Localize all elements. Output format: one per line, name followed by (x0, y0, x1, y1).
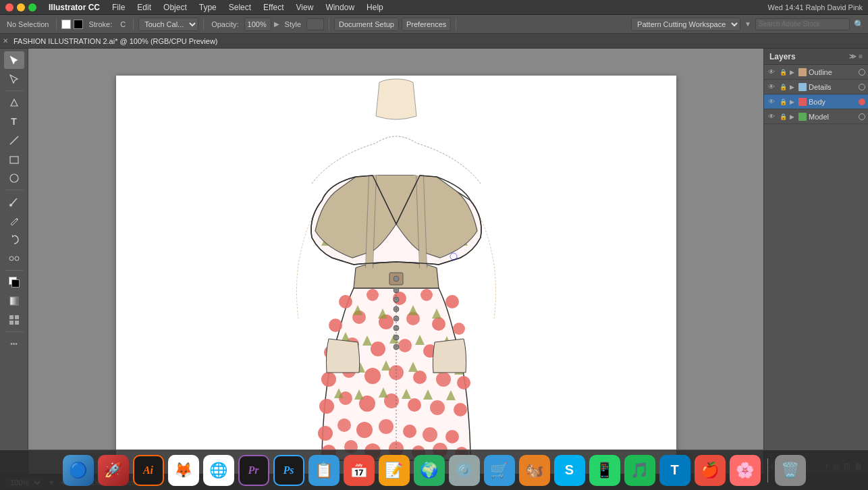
type-tool[interactable]: T (4, 113, 24, 130)
tabbar: ✕ FASHION ILLUSTRATION 2.ai* @ 100% (RGB… (0, 34, 868, 49)
maximize-button[interactable] (28, 3, 36, 11)
layer-row-model[interactable]: 👁 🔒 ▶ Model (764, 109, 868, 124)
fill-color[interactable] (4, 273, 24, 291)
workspace-arrow[interactable]: ▼ (744, 20, 751, 28)
document-setup-button[interactable]: Document Setup (334, 18, 399, 31)
ellipse-tool[interactable] (4, 169, 24, 187)
workspace-select[interactable]: Pattern Cutting Workspace (631, 18, 740, 31)
pen-tool[interactable] (4, 94, 24, 111)
panel-menu-icon[interactable]: ≡ (859, 53, 863, 60)
layer-lock-outline[interactable]: 🔒 (778, 67, 788, 77)
dock-skype[interactable]: S (554, 455, 585, 486)
stroke-label: Stroke: (86, 20, 115, 28)
svg-point-34 (445, 295, 459, 308)
dock-safari[interactable]: 🌍 (414, 455, 445, 486)
opacity-input[interactable] (244, 18, 271, 31)
svg-point-67 (445, 430, 459, 443)
menu-object[interactable]: Object (158, 0, 192, 15)
menu-type[interactable]: Type (194, 0, 222, 15)
layer-target-details[interactable] (859, 84, 865, 90)
stroke-swatch[interactable] (74, 20, 83, 29)
dock-finder[interactable]: 🔵 (63, 455, 94, 486)
close-button[interactable] (5, 3, 13, 11)
line-tool[interactable] (4, 132, 24, 149)
layer-eye-model[interactable]: 👁 (767, 112, 776, 121)
dock-photos[interactable]: 🌸 (730, 455, 761, 486)
layer-row-outline[interactable]: 👁 🔒 ▶ Outline (764, 65, 868, 80)
menu-file[interactable]: File (107, 0, 130, 15)
menu-window[interactable]: Window (320, 0, 360, 15)
svg-line-0 (10, 136, 18, 144)
dock-notes[interactable]: 📝 (379, 455, 410, 486)
opacity-arrow[interactable]: ▶ (274, 20, 279, 28)
touch-select[interactable]: Touch Cal... (138, 18, 198, 31)
layer-row-body[interactable]: 👁 🔒 ▶ Body (764, 94, 868, 109)
dock-chrome[interactable]: 🌐 (203, 455, 234, 486)
rect-tool[interactable] (4, 151, 24, 168)
search-input[interactable] (755, 18, 850, 30)
menu-help[interactable]: Help (361, 0, 389, 15)
style-swatch[interactable] (306, 18, 324, 30)
layer-swatch-details (798, 83, 807, 91)
svg-rect-1 (10, 157, 18, 163)
layer-eye-outline[interactable]: 👁 (767, 67, 776, 77)
svg-point-51 (413, 371, 427, 384)
tab-close-icon[interactable]: ✕ (3, 37, 11, 45)
dock-clipboard[interactable]: 📋 (308, 455, 340, 486)
dock-spotify[interactable]: 🎵 (624, 455, 655, 486)
preferences-button[interactable]: Preferences (402, 18, 451, 31)
dock-premiere[interactable]: Pr (238, 455, 269, 486)
menu-select[interactable]: Select (223, 0, 256, 15)
menu-effect[interactable]: Effect (258, 0, 289, 15)
main-area: T (0, 49, 868, 474)
layer-lock-details[interactable]: 🔒 (778, 82, 788, 92)
rotate-tool[interactable] (4, 231, 24, 248)
menu-edit[interactable]: Edit (132, 0, 157, 15)
canvas-area[interactable] (28, 49, 763, 474)
layer-lock-model[interactable]: 🔒 (778, 112, 788, 121)
more-tools[interactable]: ••• (4, 335, 24, 352)
layer-target-body[interactable] (859, 99, 865, 105)
fill-swatch[interactable] (61, 20, 71, 29)
layer-arrow-model[interactable]: ▶ (790, 113, 796, 120)
svg-point-58 (408, 398, 421, 412)
search-icon[interactable]: 🔍 (854, 20, 864, 29)
svg-point-35 (329, 319, 342, 332)
direct-selection-tool[interactable] (4, 70, 24, 88)
pencil-tool[interactable] (4, 212, 24, 229)
layer-arrow-details[interactable]: ▶ (790, 84, 796, 90)
dock-juice[interactable]: 🍎 (695, 455, 726, 486)
dock-calendar[interactable]: 📅 (344, 455, 375, 486)
layer-target-outline[interactable] (859, 69, 865, 76)
dock-settings[interactable]: ⚙️ (449, 455, 480, 486)
layers-panel: Layers ≫ ≡ 👁 🔒 ▶ Outline 👁 🔒 ▶ Details 👁 (763, 49, 868, 474)
layer-target-model[interactable] (859, 113, 865, 120)
layer-row-details[interactable]: 👁 🔒 ▶ Details (764, 80, 868, 94)
dock-trello[interactable]: T (659, 455, 690, 486)
pattern-tool[interactable] (4, 311, 24, 329)
blend-tool[interactable] (4, 250, 24, 267)
dock-illustrator[interactable]: Ai (133, 455, 164, 486)
dock-whatsapp[interactable]: 📱 (589, 455, 620, 486)
dock-appstore[interactable]: 🛒 (484, 455, 515, 486)
panel-collapse-icon[interactable]: ≫ (849, 53, 856, 60)
toolbar-separator-1 (56, 18, 57, 30)
dock-firefox[interactable]: 🦊 (168, 455, 199, 486)
dock-photoshop[interactable]: Ps (273, 455, 304, 486)
dock-squirrel[interactable]: 🐿️ (519, 455, 550, 486)
layer-eye-details[interactable]: 👁 (767, 82, 776, 92)
minimize-button[interactable] (17, 3, 25, 11)
selection-tool[interactable] (4, 51, 24, 69)
menu-view[interactable]: View (291, 0, 319, 15)
layer-eye-body[interactable]: 👁 (767, 97, 776, 107)
app-name: Illustrator CC (43, 3, 105, 12)
brush-tool[interactable] (4, 193, 24, 211)
dock-launchpad[interactable]: 🚀 (98, 455, 129, 486)
svg-point-13 (394, 276, 399, 281)
layer-arrow-body[interactable]: ▶ (790, 99, 796, 105)
layer-lock-body[interactable]: 🔒 (778, 97, 788, 107)
layer-arrow-outline[interactable]: ▶ (790, 69, 796, 76)
svg-point-3 (9, 204, 12, 207)
gradient-tool[interactable] (4, 292, 24, 310)
dock-trash[interactable]: 🗑️ (775, 455, 806, 486)
